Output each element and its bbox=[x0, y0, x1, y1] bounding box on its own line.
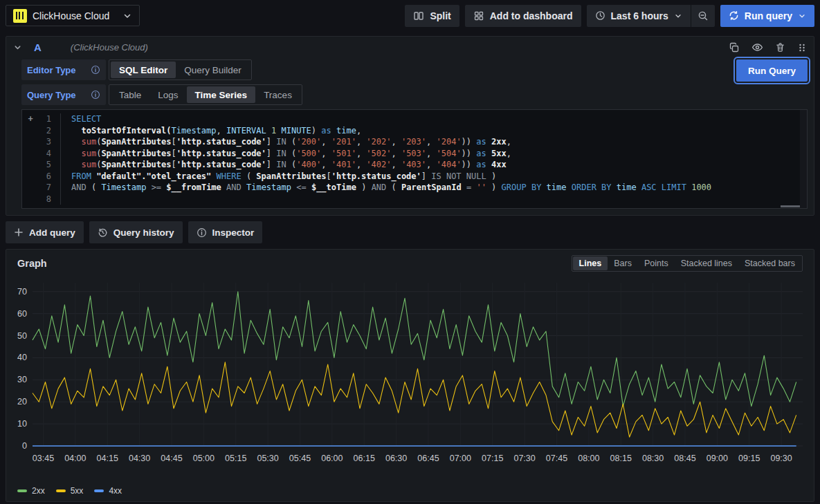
option-sql-editor[interactable]: SQL Editor bbox=[111, 62, 176, 78]
line-number: 5 bbox=[39, 159, 51, 171]
plus-icon bbox=[14, 227, 24, 237]
svg-text:09:15: 09:15 bbox=[738, 454, 760, 463]
svg-text:08:30: 08:30 bbox=[642, 454, 664, 463]
query-row-header[interactable]: A (ClickHouse Cloud) bbox=[6, 37, 814, 58]
svg-text:07:30: 07:30 bbox=[513, 454, 535, 463]
query-type-label-text: Query Type bbox=[27, 90, 76, 100]
split-button[interactable]: Split bbox=[405, 5, 459, 27]
collapse-chevron-icon[interactable] bbox=[13, 43, 22, 52]
inspector-button[interactable]: Inspector bbox=[188, 221, 263, 243]
svg-text:09:00: 09:00 bbox=[707, 454, 728, 463]
run-query-button[interactable]: Run Query bbox=[736, 59, 808, 82]
svg-text:04:15: 04:15 bbox=[97, 454, 118, 463]
option-stacked-lines[interactable]: Stacked lines bbox=[675, 256, 738, 270]
svg-text:04:45: 04:45 bbox=[161, 454, 182, 463]
svg-text:0: 0 bbox=[22, 441, 27, 451]
run-query-toolbar-label: Run query bbox=[745, 10, 792, 21]
time-range-picker[interactable]: Last 6 hours bbox=[587, 5, 691, 27]
add-query-button[interactable]: Add query bbox=[6, 221, 84, 243]
sql-line: +1SELECT bbox=[22, 113, 800, 125]
legend-swatch bbox=[94, 489, 104, 492]
explore-toolbar: ClickHouse Cloud Split Add to dashboard … bbox=[0, 0, 820, 31]
sql-line: 6FROM "default"."otel_traces" WHERE ( Sp… bbox=[22, 171, 800, 183]
option-lines[interactable]: Lines bbox=[573, 256, 608, 270]
info-circle-icon bbox=[197, 227, 207, 238]
line-number: 2 bbox=[39, 125, 51, 137]
add-query-label: Add query bbox=[29, 227, 75, 238]
svg-text:06:45: 06:45 bbox=[417, 454, 439, 463]
graph-panel: Graph LinesBarsPointsStacked linesStacke… bbox=[6, 249, 814, 502]
option-traces[interactable]: Traces bbox=[255, 86, 300, 103]
inspector-label: Inspector bbox=[212, 227, 255, 238]
editor-type-radio-group: SQL EditorQuery Builder bbox=[109, 59, 252, 80]
sql-line: 8 bbox=[22, 194, 800, 205]
timeseries-chart[interactable]: 01020304050607003:4504:0004:1504:3004:45… bbox=[12, 273, 808, 485]
query-datasource-hint: (ClickHouse Cloud) bbox=[71, 42, 148, 53]
line-number: 6 bbox=[39, 171, 51, 183]
query-type-radio-group: TableLogsTime SeriesTraces bbox=[109, 84, 302, 105]
option-stacked-bars[interactable]: Stacked bars bbox=[738, 256, 801, 270]
query-type-label: Query Type bbox=[21, 84, 106, 105]
svg-text:09:30: 09:30 bbox=[770, 454, 792, 463]
legend-label: 5xx bbox=[71, 486, 84, 496]
svg-text:50: 50 bbox=[17, 331, 27, 341]
sql-line: 4 sum(SpanAttributes['http.status_code']… bbox=[22, 148, 800, 160]
clickhouse-logo-icon bbox=[13, 9, 27, 23]
info-circle-icon[interactable] bbox=[91, 65, 100, 75]
add-line-icon[interactable]: + bbox=[22, 113, 39, 125]
option-bars[interactable]: Bars bbox=[608, 256, 638, 270]
graph-title: Graph bbox=[17, 258, 47, 269]
query-history-label: Query history bbox=[113, 227, 174, 238]
svg-text:07:00: 07:00 bbox=[450, 454, 471, 463]
legend-item-4xx[interactable]: 4xx bbox=[94, 486, 122, 496]
option-query-builder[interactable]: Query Builder bbox=[176, 62, 250, 78]
graph-mode-selector: LinesBarsPointsStacked linesStacked bars bbox=[572, 255, 803, 272]
time-range-label: Last 6 hours bbox=[611, 10, 668, 21]
line-number: 7 bbox=[39, 182, 51, 194]
legend-swatch bbox=[17, 489, 27, 492]
svg-text:05:00: 05:00 bbox=[193, 454, 215, 463]
delete-query-trash-icon[interactable] bbox=[775, 42, 785, 53]
editor-hscroll-thumb[interactable] bbox=[781, 205, 800, 207]
option-points[interactable]: Points bbox=[638, 256, 675, 270]
svg-text:70: 70 bbox=[17, 287, 27, 297]
sql-line: 5 sum(SpanAttributes['http.status_code']… bbox=[22, 159, 800, 171]
svg-text:08:15: 08:15 bbox=[610, 454, 632, 463]
datasource-picker[interactable]: ClickHouse Cloud bbox=[6, 5, 140, 26]
zoom-out-icon bbox=[698, 10, 709, 21]
chevron-down-icon bbox=[798, 12, 806, 20]
svg-text:30: 30 bbox=[17, 375, 27, 384]
sql-line: 3 sum(SpanAttributes['http.status_code']… bbox=[22, 136, 800, 148]
add-to-dashboard-button[interactable]: Add to dashboard bbox=[465, 5, 581, 27]
option-table[interactable]: Table bbox=[111, 86, 149, 103]
legend-item-5xx[interactable]: 5xx bbox=[56, 486, 84, 496]
legend-item-2xx[interactable]: 2xx bbox=[17, 486, 45, 496]
sql-code-editor[interactable]: +1SELECT2 toStartOfInterval(Timestamp, I… bbox=[21, 109, 808, 209]
duplicate-query-icon[interactable] bbox=[729, 42, 740, 53]
option-logs[interactable]: Logs bbox=[149, 86, 186, 103]
editor-scrollbar[interactable] bbox=[800, 110, 807, 208]
editor-type-label-text: Editor Type bbox=[27, 65, 76, 75]
drag-handle-icon[interactable] bbox=[797, 43, 807, 53]
line-number: 4 bbox=[39, 148, 51, 160]
sync-icon bbox=[729, 10, 739, 21]
split-label: Split bbox=[430, 10, 450, 21]
datasource-name: ClickHouse Cloud bbox=[33, 10, 117, 21]
query-ref-id[interactable]: A bbox=[34, 41, 42, 53]
chevron-down-icon bbox=[674, 12, 682, 20]
svg-text:05:45: 05:45 bbox=[289, 454, 311, 463]
run-query-toolbar-button[interactable]: Run query bbox=[720, 5, 814, 27]
info-circle-icon[interactable] bbox=[91, 90, 100, 100]
svg-text:40: 40 bbox=[17, 353, 27, 362]
svg-text:06:30: 06:30 bbox=[385, 454, 407, 463]
svg-text:03:45: 03:45 bbox=[33, 454, 54, 463]
editor-type-label: Editor Type bbox=[21, 59, 106, 80]
svg-text:20: 20 bbox=[17, 397, 27, 407]
zoom-out-time-button[interactable] bbox=[691, 5, 715, 27]
option-time-series[interactable]: Time Series bbox=[187, 86, 256, 103]
legend-label: 4xx bbox=[109, 486, 122, 496]
disable-query-eye-icon[interactable] bbox=[751, 41, 763, 53]
svg-text:05:15: 05:15 bbox=[225, 454, 246, 463]
line-number: 3 bbox=[39, 136, 51, 148]
query-history-button[interactable]: Query history bbox=[89, 221, 183, 243]
